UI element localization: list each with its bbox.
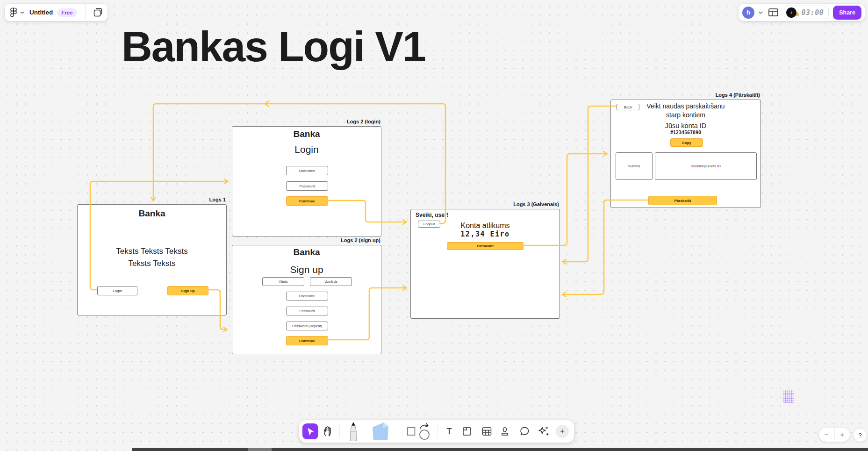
figma-logo-icon[interactable] — [10, 7, 17, 17]
marker-tool[interactable] — [345, 422, 361, 441]
main-menu-chevron-icon[interactable] — [20, 11, 24, 14]
logs2-signup-banka-heading[interactable]: Banka — [232, 247, 381, 258]
frame-logs4[interactable]: Logs 4 (Pārskaitīt) Back Veikt naudas pā… — [610, 100, 761, 208]
arrow-and-circle-icon — [418, 422, 432, 441]
shape-square-tool[interactable] — [406, 427, 416, 436]
logs2-signup-password-field[interactable]: Password — [286, 307, 328, 315]
section-icon — [462, 427, 472, 436]
logs2-signup-firstname-field[interactable]: Vārds — [262, 277, 304, 286]
toolbar-divider — [437, 425, 438, 438]
zoom-controls: − + — [819, 428, 850, 442]
logs4-title-text[interactable]: Veikt naudas pārskaitīšanu starp kontiem — [611, 102, 760, 120]
logs2-login-username-field[interactable]: Username — [286, 166, 328, 175]
text-tool-icon: T — [446, 426, 452, 437]
logs2-login-password-field[interactable]: Password — [286, 181, 328, 191]
logs2-signup-lastname-field[interactable]: Uzvārds — [310, 277, 352, 286]
pages-overview-button[interactable] — [89, 4, 108, 21]
logs4-title-line2: starp kontiem — [666, 111, 705, 119]
timer-value: 03:00 — [802, 8, 824, 17]
logs3-balance-value[interactable]: 12,34 Eiro — [411, 230, 560, 238]
stamp-tool[interactable] — [499, 427, 511, 437]
plan-badge[interactable]: Free — [57, 8, 77, 17]
logs4-recipient-field[interactable]: Saņēmēja konta ID — [655, 152, 757, 180]
table-icon — [482, 427, 492, 436]
figjam-canvas[interactable]: Bankas Logi V1 Logs 1 Banka Teksts Tekst… — [0, 0, 868, 451]
frame-logs2-signup[interactable]: Logs 2 (sign up) Banka Sign up Vārds Uzv… — [232, 245, 381, 354]
help-button[interactable]: ? — [854, 429, 867, 442]
logs4-transfer-button[interactable]: Pārskaitīt — [648, 196, 717, 205]
connector-mid-arrowhead — [265, 101, 269, 107]
scrollbar-thumb[interactable] — [248, 448, 272, 451]
toolbar-divider — [339, 425, 340, 438]
connector-shape-tool[interactable] — [418, 422, 433, 441]
logs3-balance-label[interactable]: Konta atlikums — [411, 222, 560, 230]
music-note-glyph: ♪ — [790, 10, 792, 15]
logs2-signup-password-repeat-field[interactable]: Password (Repeat) — [286, 322, 328, 330]
sticky-note-icon — [370, 422, 390, 441]
ai-sparkle-tool[interactable] — [537, 426, 550, 437]
purple-grid-doodle[interactable] — [783, 390, 794, 403]
logs2-login-continue-button[interactable]: Continue — [286, 196, 328, 206]
cursor-icon — [307, 428, 315, 436]
frame-logs4-label[interactable]: Logs 4 (Pārskaitīt) — [716, 92, 760, 98]
frame-logs1[interactable]: Logs 1 Banka Teksts Teksts Teksts Teksts… — [77, 204, 227, 315]
more-tools-button[interactable]: + — [556, 425, 569, 438]
document-title[interactable]: Untitled — [29, 9, 53, 16]
sticky-note-tool[interactable] — [369, 422, 391, 441]
logs2-signup-username-field[interactable]: Username — [286, 292, 328, 301]
figjam-toolbar: T — [299, 420, 574, 443]
logs1-body-line2: Teksts Teksts — [129, 259, 176, 268]
frame-logs3-label[interactable]: Logs 3 (Galvenais) — [513, 201, 559, 207]
marker-pen-icon — [348, 422, 359, 441]
table-tool[interactable] — [481, 427, 493, 436]
music-timer-widget[interactable]: ♪ ★ 03:00 — [784, 6, 829, 19]
topbar-divider — [85, 4, 86, 21]
zoom-in-button[interactable]: + — [835, 428, 850, 442]
logs2-signup-subheading[interactable]: Sign up — [232, 264, 381, 275]
plus-icon: + — [556, 425, 569, 438]
logs3-greeting-text[interactable]: Sveiki, user! — [416, 212, 449, 218]
minimap-layout-icon[interactable] — [768, 8, 778, 16]
avatar-chevron-icon[interactable] — [759, 11, 763, 14]
frame-logs2-signup-label[interactable]: Logs 2 (sign up) — [341, 237, 380, 243]
hand-tool[interactable] — [321, 426, 335, 437]
zoom-out-button[interactable]: − — [819, 428, 834, 442]
logs2-login-banka-heading[interactable]: Banka — [232, 129, 381, 139]
logs1-signup-button[interactable]: Sign up — [167, 286, 208, 295]
avatar[interactable]: h — [742, 7, 754, 19]
connector-logs4transfer-to-logs3 — [562, 200, 648, 294]
logs4-amount-field[interactable]: Summa — [616, 152, 653, 180]
logs2-signup-continue-button[interactable]: Continue — [286, 336, 328, 345]
logs2-login-subheading[interactable]: Login — [232, 144, 381, 155]
logs4-title-line1: Veikt naudas pārskaitīšanu — [646, 102, 725, 110]
stamp-icon — [500, 427, 509, 437]
topbar-right-pill: h ♪ ★ 03:00 Share — [739, 4, 865, 21]
canvas-title-text[interactable]: Bankas Logi V1 — [122, 22, 425, 71]
logs4-account-id-value[interactable]: #1234567890 — [611, 130, 760, 135]
comment-tool[interactable] — [518, 427, 531, 437]
logs1-body-line1: Teksts Teksts Teksts — [116, 247, 187, 256]
section-tool[interactable] — [461, 427, 473, 436]
topbar-left-pill: Untitled Free — [5, 4, 108, 21]
frame-logs3[interactable]: Logs 3 (Galvenais) Sveiki, user! Logout … — [410, 209, 560, 319]
select-tool[interactable] — [302, 423, 318, 439]
frame-logs1-label[interactable]: Logs 1 — [209, 197, 226, 202]
logs1-body-text[interactable]: Teksts Teksts Teksts Teksts Teksts — [78, 245, 226, 270]
share-button[interactable]: Share — [833, 6, 861, 20]
text-tool[interactable]: T — [443, 426, 455, 437]
sparkle-icon — [538, 426, 549, 437]
speech-bubble-icon — [520, 427, 530, 437]
logs1-banka-heading[interactable]: Banka — [78, 208, 226, 219]
logs3-transfer-button[interactable]: Pārskaitīt — [447, 242, 524, 250]
logs1-login-button[interactable]: Login — [97, 286, 137, 295]
logs4-account-id-label[interactable]: Jūsu konta ID — [611, 122, 760, 129]
square-shape-icon — [407, 427, 416, 436]
horizontal-scrollbar[interactable] — [132, 448, 868, 451]
frame-logs2-login-label[interactable]: Logs 2 (login) — [347, 119, 380, 124]
logs4-copy-button[interactable]: Copy — [670, 138, 703, 147]
connector-back-to-logs3 — [562, 106, 616, 262]
vinyl-record-icon: ♪ — [786, 7, 796, 18]
frame-logs2-login[interactable]: Logs 2 (login) Banka Login Username Pass… — [232, 126, 381, 236]
hand-icon — [323, 426, 333, 437]
